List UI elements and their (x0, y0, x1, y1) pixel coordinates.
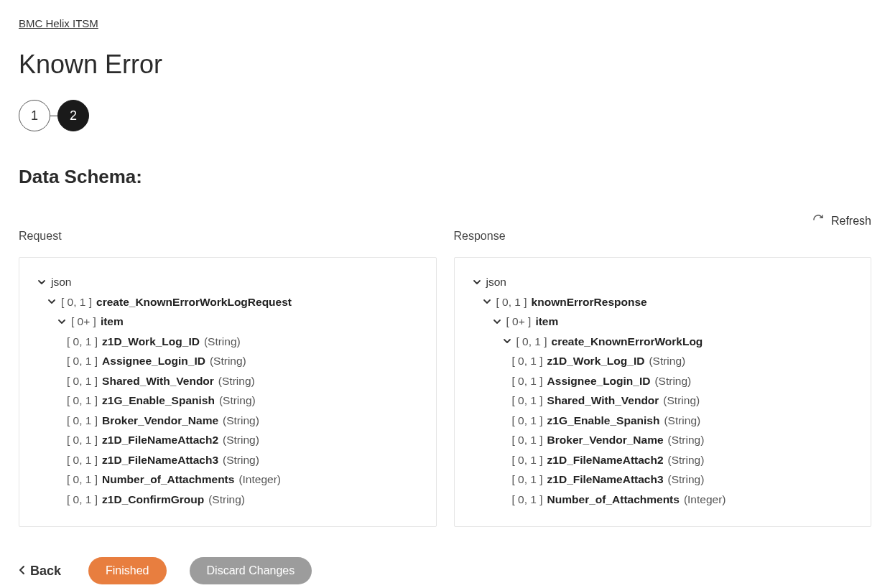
tree-leaf[interactable]: [ 0, 1 ] Assignee_Login_ID (String) (37, 351, 419, 371)
step-2[interactable]: 2 (57, 100, 89, 131)
tree-leaf[interactable]: [ 0, 1 ] Number_of_Attachments (Integer) (472, 490, 854, 510)
response-panel: json[ 0, 1 ] knownErrorResponse[ 0+ ] it… (454, 257, 872, 527)
tree-leaf[interactable]: [ 0, 1 ] Shared_With_Vendor (String) (472, 391, 854, 411)
tree-root[interactable]: json (472, 272, 854, 292)
tree-branch[interactable]: [ 0, 1 ] knownErrorResponse (472, 292, 854, 312)
tree-leaf[interactable]: [ 0, 1 ] z1G_Enable_Spanish (String) (472, 411, 854, 431)
tree-root[interactable]: json (37, 272, 419, 292)
tree-branch[interactable]: [ 0+ ] item (37, 312, 419, 332)
step-connector (50, 116, 57, 116)
chevron-down-icon[interactable] (47, 297, 57, 306)
back-button[interactable]: Back (19, 564, 61, 579)
stepper: 1 2 (19, 100, 871, 131)
chevron-down-icon[interactable] (472, 278, 482, 286)
request-panel: json[ 0, 1 ] create_KnownErrorWorkLogReq… (19, 257, 437, 527)
tree-leaf[interactable]: [ 0, 1 ] Shared_With_Vendor (String) (37, 371, 419, 391)
tree-leaf[interactable]: [ 0, 1 ] z1D_FileNameAttach3 (String) (37, 450, 419, 470)
refresh-icon (812, 214, 824, 228)
chevron-down-icon[interactable] (502, 337, 512, 345)
tree-leaf[interactable]: [ 0, 1 ] Assignee_Login_ID (String) (472, 371, 854, 391)
tree-branch[interactable]: [ 0, 1 ] create_KnownErrorWorkLogRequest (37, 292, 419, 312)
tree-leaf[interactable]: [ 0, 1 ] z1D_ConfirmGroup (String) (37, 490, 419, 510)
request-label: Request (19, 230, 437, 243)
chevron-down-icon[interactable] (57, 317, 67, 326)
section-title: Data Schema: (19, 166, 871, 188)
chevron-down-icon[interactable] (482, 297, 492, 306)
chevron-left-icon (19, 564, 26, 579)
chevron-down-icon[interactable] (37, 278, 47, 286)
tree-leaf[interactable]: [ 0, 1 ] Broker_Vendor_Name (String) (37, 411, 419, 431)
discard-button[interactable]: Discard Changes (190, 557, 312, 584)
tree-branch[interactable]: [ 0+ ] item (472, 312, 854, 332)
refresh-label: Refresh (831, 215, 871, 228)
page-title: Known Error (19, 50, 871, 80)
tree-leaf[interactable]: [ 0, 1 ] Broker_Vendor_Name (String) (472, 430, 854, 450)
tree-leaf[interactable]: [ 0, 1 ] z1D_FileNameAttach2 (String) (472, 450, 854, 470)
request-column: Request json[ 0, 1 ] create_KnownErrorWo… (19, 230, 437, 527)
breadcrumb-link[interactable]: BMC Helix ITSM (19, 17, 98, 29)
tree-leaf[interactable]: [ 0, 1 ] Number_of_Attachments (Integer) (37, 470, 419, 490)
tree-leaf[interactable]: [ 0, 1 ] z1D_Work_Log_ID (String) (472, 351, 854, 371)
tree-branch[interactable]: [ 0, 1 ] create_KnownErrorWorkLog (472, 332, 854, 352)
step-1[interactable]: 1 (19, 100, 50, 131)
back-label: Back (30, 564, 61, 579)
chevron-down-icon[interactable] (492, 317, 502, 326)
response-label: Response (454, 230, 872, 243)
tree-leaf[interactable]: [ 0, 1 ] z1D_FileNameAttach3 (String) (472, 470, 854, 490)
tree-leaf[interactable]: [ 0, 1 ] z1D_FileNameAttach2 (String) (37, 430, 419, 450)
tree-leaf[interactable]: [ 0, 1 ] z1D_Work_Log_ID (String) (37, 332, 419, 352)
tree-leaf[interactable]: [ 0, 1 ] z1G_Enable_Spanish (String) (37, 391, 419, 411)
response-column: Response json[ 0, 1 ] knownErrorResponse… (454, 230, 872, 527)
finished-button[interactable]: Finished (88, 557, 166, 584)
refresh-button[interactable]: Refresh (812, 214, 871, 228)
